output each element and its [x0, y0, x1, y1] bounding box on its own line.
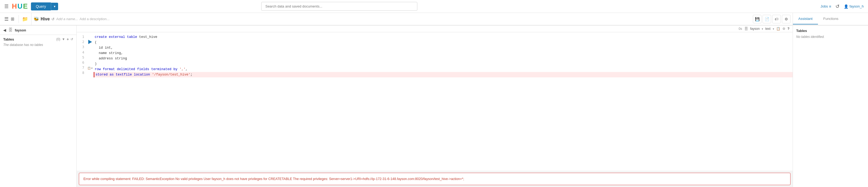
tab-functions[interactable]: Functions — [818, 13, 844, 25]
hive-label: Hive — [41, 17, 50, 22]
refresh-icon[interactable]: ↺ — [70, 37, 73, 41]
left-sidebar: ◀ 🗄 fayson Tables (0) ▼ + ↺ The database… — [0, 26, 77, 187]
hamburger-icon[interactable]: ☰ — [4, 3, 9, 9]
right-panel: Tables No tables identified. — [793, 26, 868, 187]
run-button[interactable] — [88, 40, 92, 44]
code-content[interactable]: create external table test_hive ( id int… — [94, 32, 793, 171]
grid-icon[interactable]: ⊞ — [11, 16, 14, 22]
database-name: fayson — [15, 28, 26, 32]
status-user-dropdown[interactable]: ▾ — [762, 27, 763, 30]
breadcrumb-section: 🐝 Hive ↺ Add a name... Add a description… — [31, 13, 112, 25]
name-placeholder[interactable]: Add a name... — [56, 17, 78, 21]
status-help-icon[interactable]: ? — [787, 27, 789, 31]
main-layout: ◀ 🗄 fayson Tables (0) ▼ + ↺ The database… — [0, 26, 868, 187]
editor-toolbar: ☰ ⊞ 📁 🐝 Hive ↺ Add a name... Add a descr… — [0, 13, 793, 25]
username: fayson_h — [849, 4, 864, 8]
desc-placeholder[interactable]: Add a description... — [80, 17, 110, 21]
tables-header: Tables (0) ▼ + ↺ — [3, 37, 73, 41]
editor-status-bar: 0s 🗄 fayson ▾ text ▾ 📋 ⚙ ? — [77, 26, 793, 32]
code-line-7: row format delimited fields terminated b… — [94, 67, 793, 72]
tables-label: Tables — [3, 37, 14, 41]
nav-right: Jobs ≡ ↺ 👤 fayson_h — [820, 3, 864, 9]
save-doc-button[interactable]: 💾 — [753, 15, 762, 24]
new-doc-button[interactable]: 📄 — [763, 15, 771, 24]
search-bar — [261, 2, 417, 11]
back-arrow-icon[interactable]: ◀ — [3, 28, 6, 32]
code-line-1: create external table test_hive — [94, 34, 793, 40]
add-table-icon[interactable]: + — [67, 37, 69, 41]
hive-bee-icon: 🐝 — [34, 16, 39, 22]
user-link[interactable]: 👤 fayson_h — [844, 4, 864, 9]
sidebar-nav: ◀ 🗄 fayson — [0, 26, 76, 35]
no-tables-message: The database has no tables — [3, 43, 73, 47]
jobs-link[interactable]: Jobs ≡ — [820, 4, 831, 9]
jobs-label: Jobs — [820, 4, 828, 8]
logo-h: H — [12, 2, 17, 10]
logo-ue: U — [18, 2, 23, 10]
code-editor[interactable]: 1 2 3 4 5 6 7 8 📋 ▾ create external tabl… — [77, 32, 793, 171]
jobs-icon: ≡ — [829, 4, 831, 9]
query-btn-group: Query ▾ — [31, 2, 58, 10]
execution-time: 0s — [739, 27, 742, 31]
right-panel-body: Tables No tables identified. — [793, 26, 868, 187]
filter-icon[interactable]: ▼ — [62, 37, 65, 41]
second-row: ☰ ⊞ 📁 🐝 Hive ↺ Add a name... Add a descr… — [0, 13, 868, 26]
code-line-6: ) — [94, 61, 793, 67]
code-line-2: ( — [94, 40, 793, 45]
no-tables-identified: No tables identified. — [796, 35, 865, 39]
tables-controls: (0) ▼ + ↺ — [56, 37, 73, 41]
error-message: Error while compiling statement: FAILED:… — [84, 176, 786, 182]
logo-e: E — [23, 2, 28, 10]
status-text-dropdown[interactable]: ▾ — [773, 27, 774, 30]
error-panel: Error while compiling statement: FAILED:… — [79, 173, 790, 185]
query-dropdown-button[interactable]: ▾ — [51, 3, 58, 10]
tab-assistant[interactable]: Assistant — [793, 13, 818, 25]
database-icon: 🗄 — [8, 28, 13, 33]
toolbar-left-icons: ☰ ⊞ — [2, 16, 17, 22]
settings-button[interactable]: ⚙ — [782, 15, 790, 24]
editor-area: 0s 🗄 fayson ▾ text ▾ 📋 ⚙ ? 1 2 3 4 5 6 7… — [77, 26, 793, 187]
status-info-icon[interactable]: 📋 — [776, 27, 780, 31]
top-nav: ☰ HUE Query ▾ Jobs ≡ ↺ 👤 fayson_h — [0, 0, 868, 13]
history-icon[interactable]: ↺ — [835, 3, 839, 9]
code-line-5: address string — [94, 56, 793, 61]
status-db-icon: 🗄 — [744, 27, 748, 31]
code-line-3: id int, — [94, 45, 793, 50]
toolbar-right-icons: 💾 📄 🏷 ⚙ — [753, 15, 790, 24]
status-settings-icon[interactable]: ⚙ — [782, 27, 785, 31]
code-line-4: name string, — [94, 50, 793, 56]
run-btn-col: 📋 ▾ — [86, 32, 94, 171]
stack-icon[interactable]: ☰ — [4, 16, 9, 22]
tables-count: (0) — [56, 37, 60, 41]
right-tables-title: Tables — [796, 29, 865, 33]
line-numbers: 1 2 3 4 5 6 7 8 — [77, 32, 86, 171]
status-text-label[interactable]: text — [765, 27, 770, 31]
user-icon: 👤 — [844, 4, 848, 9]
logo: HUE — [12, 2, 28, 10]
query-button[interactable]: Query — [31, 2, 51, 10]
undo-icon[interactable]: ↺ — [52, 17, 55, 21]
sidebar-content: Tables (0) ▼ + ↺ The database has no tab… — [0, 35, 76, 49]
code-line-8: stored as textfile location '/fayson/tes… — [94, 72, 793, 77]
line-indicator: 📋 ▾ — [88, 67, 93, 70]
tag-button[interactable]: 🏷 — [772, 15, 781, 24]
folder-icon[interactable]: 📁 — [21, 16, 29, 22]
search-input[interactable] — [261, 2, 417, 11]
status-user[interactable]: fayson — [750, 27, 760, 31]
right-panel-header: Assistant Functions — [793, 13, 868, 25]
